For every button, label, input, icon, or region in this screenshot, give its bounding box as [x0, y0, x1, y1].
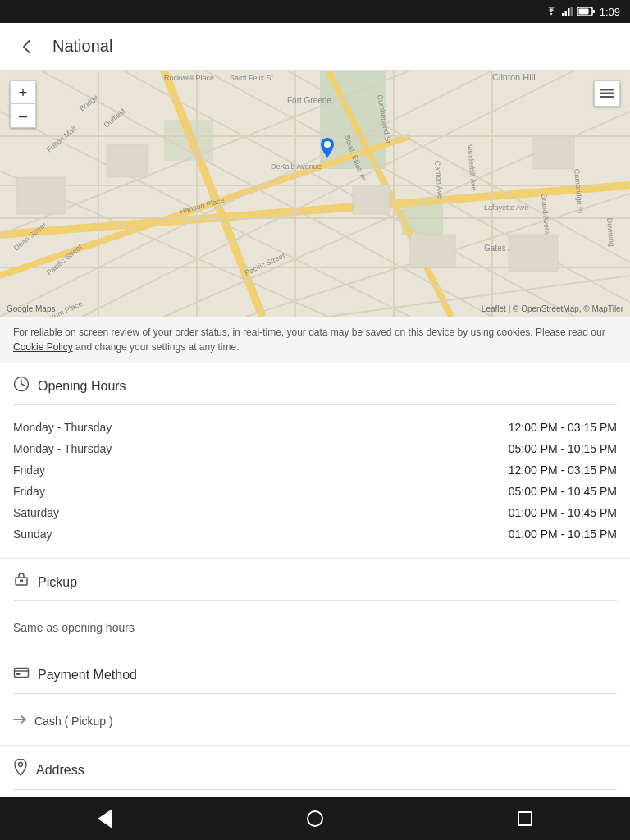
hours-table: Monday - Thursday12:00 PM - 03:15 PMMond…	[13, 417, 617, 545]
payment-section: Payment Method Cash ( Pickup )	[0, 651, 630, 745]
svg-rect-5	[578, 9, 588, 15]
map-container[interactable]: Fulton Mall Bridge Duffield State Street…	[0, 71, 630, 317]
hours-row: Friday12:00 PM - 03:15 PM	[13, 459, 617, 481]
nav-back-button[interactable]	[89, 802, 121, 835]
payment-item: Cash ( Pickup )	[13, 705, 617, 732]
status-time: 1:09	[600, 6, 620, 18]
svg-rect-73	[20, 580, 23, 582]
svg-point-65	[324, 141, 331, 148]
svg-text:DeKalb Avenue: DeKalb Avenue	[271, 162, 322, 171]
svg-rect-2	[568, 8, 570, 16]
hours-day: Friday	[13, 485, 45, 498]
svg-rect-6	[592, 10, 595, 13]
svg-rect-63	[509, 235, 558, 272]
nav-home-button[interactable]	[299, 802, 331, 835]
clock-icon	[13, 376, 30, 396]
back-icon	[16, 37, 36, 57]
payment-icon	[13, 664, 30, 685]
payment-method-label: Cash ( Pickup )	[34, 714, 113, 728]
address-header: Address	[13, 759, 617, 790]
svg-rect-64	[533, 136, 574, 169]
layers-icon	[599, 85, 615, 102]
page-title: National	[52, 37, 112, 56]
hours-row: Sunday01:00 PM - 10:15 PM	[13, 523, 617, 545]
opening-hours-header: Opening Hours	[13, 376, 617, 405]
hours-time: 12:00 PM - 03:15 PM	[509, 421, 617, 434]
map-layers-button[interactable]	[594, 80, 620, 107]
status-icons: 1:09	[545, 6, 620, 18]
address-pin-icon	[13, 759, 28, 781]
svg-rect-66	[600, 96, 614, 98]
svg-rect-67	[600, 93, 614, 95]
header: National	[0, 23, 630, 71]
arrow-icon	[13, 714, 28, 728]
opening-hours-section: Opening Hours Monday - Thursday12:00 PM …	[0, 363, 630, 558]
map-pin	[317, 138, 337, 164]
pickup-title: Pickup	[38, 575, 77, 590]
cookie-notice: For reliable on screen review of your or…	[0, 317, 630, 363]
svg-text:Lafayette Ave: Lafayette Ave	[484, 203, 528, 212]
hours-row: Monday - Thursday05:00 PM - 10:15 PM	[13, 438, 617, 459]
hours-day: Friday	[13, 463, 45, 477]
hours-day: Monday - Thursday	[13, 442, 112, 455]
hours-time: 05:00 PM - 10:45 PM	[509, 485, 617, 498]
svg-text:Fort Greene: Fort Greene	[287, 96, 331, 105]
hours-time: 05:00 PM - 10:15 PM	[509, 442, 617, 455]
cookie-policy-link[interactable]: Cookie Policy	[13, 341, 73, 353]
address-title: Address	[36, 763, 84, 778]
payment-header: Payment Method	[13, 664, 617, 694]
svg-rect-1	[564, 11, 567, 16]
hours-time: 01:00 PM - 10:15 PM	[509, 527, 617, 541]
svg-text:Saint Felix St: Saint Felix St	[230, 74, 274, 82]
map-attribution-right: Leaflet | © OpenStreetMap, © MapTiler	[482, 304, 623, 313]
pickup-text: Same as opening hours	[13, 613, 617, 637]
svg-rect-62	[410, 235, 455, 267]
map-background: Fulton Mall Bridge Duffield State Street…	[0, 71, 630, 317]
svg-point-78	[19, 763, 23, 767]
nav-recent-icon	[518, 811, 532, 826]
battery-icon	[578, 7, 596, 16]
signal-icon	[562, 7, 573, 16]
nav-recent-button[interactable]	[509, 802, 541, 835]
svg-rect-59	[16, 177, 66, 214]
payment-title: Payment Method	[38, 668, 137, 682]
back-button[interactable]	[13, 34, 39, 60]
pickup-icon	[13, 572, 30, 592]
nav-home-icon	[307, 810, 323, 827]
hours-row: Friday05:00 PM - 10:45 PM	[13, 481, 617, 502]
map-zoom-controls[interactable]: + –	[10, 80, 36, 128]
svg-text:Clinton Hill: Clinton Hill	[492, 72, 536, 82]
pickup-header: Pickup	[13, 572, 617, 601]
svg-rect-3	[570, 7, 573, 16]
svg-rect-60	[107, 144, 148, 177]
zoom-out-button[interactable]: –	[11, 104, 35, 127]
hours-row: Saturday01:00 PM - 10:45 PM	[13, 502, 617, 523]
opening-hours-title: Opening Hours	[38, 379, 126, 394]
svg-rect-0	[562, 13, 564, 16]
hours-day: Monday - Thursday	[13, 421, 112, 434]
cookie-notice-text-after: and change your settings at any time.	[75, 341, 239, 353]
map-attribution-left: Google Maps	[7, 304, 55, 313]
svg-rect-68	[600, 89, 614, 91]
zoom-in-button[interactable]: +	[11, 81, 35, 104]
svg-text:Rockwell Place: Rockwell Place	[164, 74, 214, 82]
cookie-notice-text: For reliable on screen review of your or…	[13, 326, 605, 338]
pickup-section: Pickup Same as opening hours	[0, 559, 630, 651]
navigation-bar	[0, 797, 630, 840]
hours-time: 01:00 PM - 10:45 PM	[509, 506, 617, 519]
svg-line-71	[21, 384, 25, 386]
hours-day: Sunday	[13, 527, 52, 541]
hours-row: Monday - Thursday12:00 PM - 03:15 PM	[13, 417, 617, 438]
hours-time: 12:00 PM - 03:15 PM	[509, 463, 617, 477]
svg-rect-74	[15, 669, 29, 678]
hours-day: Saturday	[13, 506, 59, 519]
svg-rect-61	[353, 185, 390, 214]
svg-rect-76	[16, 673, 21, 675]
status-bar: 1:09	[0, 0, 630, 23]
wifi-icon	[545, 7, 558, 16]
nav-back-icon	[98, 809, 112, 829]
